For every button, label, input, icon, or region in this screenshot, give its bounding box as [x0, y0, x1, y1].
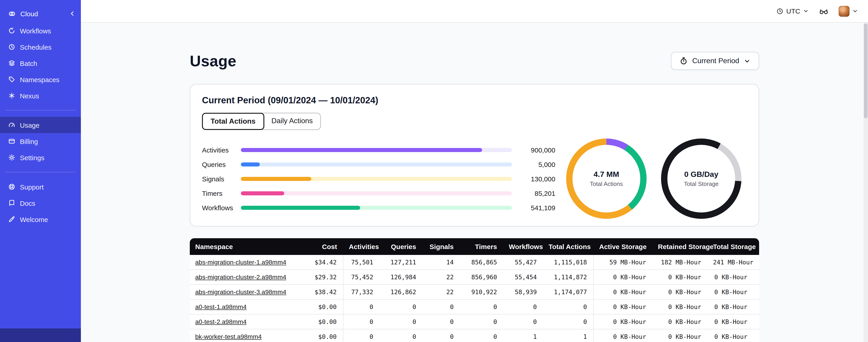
table-cell: 0 KB-Hour	[594, 314, 652, 329]
column-header[interactable]: Cost	[294, 238, 343, 255]
sidebar-brand[interactable]: Cloud	[0, 4, 81, 23]
namespace-cell: a0-test-1.a98mm4	[190, 300, 294, 314]
table-cell: 910,922	[460, 285, 503, 300]
column-header[interactable]: Total Actions	[543, 238, 594, 255]
timezone-selector[interactable]: UTC	[776, 7, 809, 15]
column-header[interactable]: Timers	[460, 238, 503, 255]
bar-track	[241, 162, 512, 166]
column-header[interactable]: Active Storage	[594, 238, 652, 255]
table-cell: 75,452	[343, 270, 379, 285]
scrollbar-track[interactable]	[864, 23, 868, 342]
table-cell: 0	[379, 314, 423, 329]
column-header[interactable]: Signals	[423, 238, 460, 255]
scrollbar-thumb[interactable]	[864, 24, 868, 118]
sidebar-item-usage[interactable]: Usage	[0, 117, 81, 133]
temporal-logo-icon	[8, 10, 16, 18]
namespace-link[interactable]: bk-worker-test.a98mm4	[195, 333, 261, 340]
actions-bar-chart: Activities 900,000 Queries 5,000 Signals…	[202, 143, 563, 215]
namespace-link[interactable]: a0-test-1.a98mm4	[195, 303, 246, 310]
table-body: abs-migration-cluster-1.a98mm4$34.4275,5…	[190, 255, 759, 342]
bar-track	[241, 148, 512, 152]
table-cell: 0 KB-Hour	[708, 285, 759, 300]
namespace-link[interactable]: abs-migration-cluster-1.a98mm4	[195, 259, 286, 266]
total-storage-donut: 0 GB/Day Total Storage	[661, 138, 742, 219]
sidebar-item-settings[interactable]: Settings	[0, 149, 81, 166]
timezone-label: UTC	[786, 7, 800, 15]
column-header[interactable]: Workflows	[503, 238, 543, 255]
collapse-sidebar-icon[interactable]	[69, 10, 75, 17]
sidebar-item-welcome[interactable]: Welcome	[0, 211, 81, 228]
sidebar-divider	[5, 110, 75, 110]
sidebar-item-nexus[interactable]: Nexus	[0, 88, 81, 104]
billing-icon	[8, 138, 16, 145]
namespace-link[interactable]: abs-migration-cluster-3.a98mm4	[195, 288, 286, 296]
table-cell: 0 KB-Hour	[652, 270, 708, 285]
sidebar-item-label: Welcome	[20, 215, 48, 223]
table-cell: 1,174,077	[543, 285, 594, 300]
namespace-usage-table: NamespaceCostActivitiesQueriesSignalsTim…	[190, 238, 759, 342]
table-row: abs-migration-cluster-1.a98mm4$34.4275,5…	[190, 255, 759, 270]
sidebar-item-label: Support	[20, 183, 43, 191]
table-cell: 0	[423, 329, 460, 342]
namespaces-icon	[8, 76, 16, 83]
table-cell: 126,862	[379, 285, 423, 300]
namespace-cell: abs-migration-cluster-3.a98mm4	[190, 285, 294, 300]
sidebar-item-label: Settings	[20, 153, 44, 161]
workflows-icon	[8, 27, 16, 34]
tab-total-actions[interactable]: Total Actions	[202, 113, 264, 130]
table-cell: 0	[423, 314, 460, 329]
table-cell: 0 KB-Hour	[708, 300, 759, 314]
avatar[interactable]	[839, 6, 849, 16]
total-actions-value: 4.7 MM	[593, 170, 619, 179]
table-cell: $34.42	[294, 255, 343, 270]
usage-icon	[8, 122, 16, 129]
sidebar-item-batch[interactable]: Batch	[0, 55, 81, 71]
glasses-icon[interactable]	[819, 7, 829, 15]
sidebar-item-label: Batch	[20, 59, 37, 67]
sidebar-item-billing[interactable]: Billing	[0, 133, 81, 149]
table-cell: 0 KB-Hour	[594, 285, 652, 300]
sidebar-item-support[interactable]: Support	[0, 179, 81, 195]
table-cell: 856,865	[460, 255, 503, 270]
column-header[interactable]: Queries	[379, 238, 423, 255]
settings-icon	[8, 154, 16, 161]
table-cell: 0	[379, 300, 423, 314]
chevron-down-icon	[803, 8, 809, 14]
table-cell: 0 KB-Hour	[652, 285, 708, 300]
namespace-cell: abs-migration-cluster-1.a98mm4	[190, 255, 294, 270]
sidebar-item-namespaces[interactable]: Namespaces	[0, 71, 81, 88]
sidebar-item-schedules[interactable]: Schedules	[0, 39, 81, 55]
sidebar-item-workflows[interactable]: Workflows	[0, 23, 81, 39]
namespace-link[interactable]: a0-test-2.a98mm4	[195, 318, 246, 325]
table-row: a0-test-1.a98mm4$0.000000000 KB-Hour0 KB…	[190, 300, 759, 314]
table-cell: 0	[460, 329, 503, 342]
table-cell: 1	[543, 329, 594, 342]
table-cell: $0.00	[294, 329, 343, 342]
table-cell: 14	[423, 255, 460, 270]
bar-row: Queries 5,000	[202, 157, 563, 171]
sidebar-item-docs[interactable]: Docs	[0, 195, 81, 211]
account-menu[interactable]	[839, 6, 858, 16]
column-header[interactable]: Total Storage	[708, 238, 759, 255]
sidebar: Cloud Workflows Schedules Batch Namespac…	[0, 0, 81, 342]
table-cell: $0.00	[294, 314, 343, 329]
bar-row: Activities 900,000	[202, 143, 563, 157]
column-header[interactable]: Activities	[343, 238, 379, 255]
period-selector-button[interactable]: Current Period	[671, 52, 759, 70]
bar-value: 85,201	[512, 189, 555, 197]
namespace-link[interactable]: abs-migration-cluster-2.a98mm4	[195, 273, 286, 281]
table-header-row: NamespaceCostActivitiesQueriesSignalsTim…	[190, 238, 759, 255]
bar-fill	[241, 206, 360, 210]
column-header[interactable]: Namespace	[190, 238, 294, 255]
total-storage-value: 0 GB/Day	[684, 170, 718, 179]
bar-label: Queries	[202, 161, 241, 168]
table-cell: 0 KB-Hour	[652, 329, 708, 342]
chevron-down-icon	[744, 58, 750, 64]
table-cell: 0	[343, 314, 379, 329]
sidebar-item-label: Docs	[20, 199, 35, 207]
column-header[interactable]: Retained Storage	[652, 238, 708, 255]
table-cell: 59 MB-Hour	[594, 255, 652, 270]
support-icon	[8, 183, 16, 191]
tab-daily-actions[interactable]: Daily Actions	[264, 113, 320, 130]
clock-icon	[776, 7, 783, 15]
